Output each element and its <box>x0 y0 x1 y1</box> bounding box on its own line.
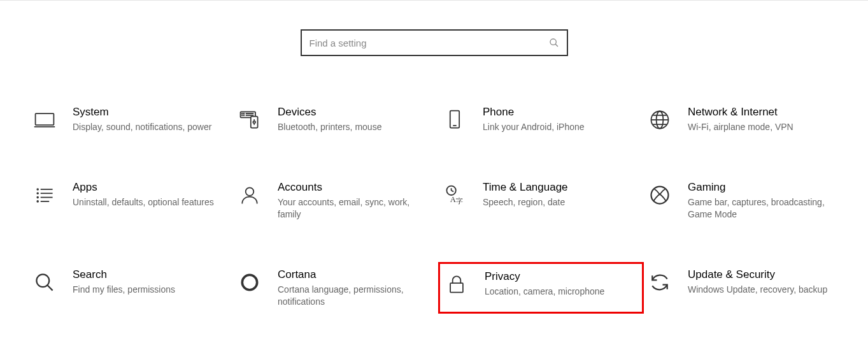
tile-apps[interactable]: Apps Uninstall, defaults, optional featu… <box>32 175 234 227</box>
tile-title: Apps <box>73 181 216 194</box>
svg-point-30 <box>246 187 254 196</box>
svg-point-7 <box>242 115 243 115</box>
system-icon <box>32 107 57 133</box>
svg-point-22 <box>37 189 38 190</box>
svg-point-37 <box>36 274 49 287</box>
search-box[interactable] <box>301 29 568 56</box>
tile-title: Privacy <box>485 270 624 283</box>
svg-rect-11 <box>251 117 258 128</box>
sync-icon <box>647 270 672 295</box>
svg-point-39 <box>242 275 257 289</box>
tile-network[interactable]: Network & Internet Wi-Fi, airplane mode,… <box>647 99 849 140</box>
magnifier-icon <box>32 270 57 295</box>
tile-title: Search <box>73 268 216 281</box>
tile-desc: Windows Update, recovery, backup <box>688 284 831 296</box>
tile-time-language[interactable]: A 字 Time & Language Speech, region, date <box>442 175 644 227</box>
svg-point-5 <box>242 113 243 114</box>
svg-rect-40 <box>450 283 463 292</box>
svg-point-26 <box>37 197 38 198</box>
tile-title: System <box>73 106 216 119</box>
tile-phone[interactable]: Phone Link your Android, iPhone <box>442 99 644 140</box>
cortana-icon <box>237 270 262 295</box>
tile-desc: Speech, region, date <box>483 196 626 208</box>
tile-desc: Find my files, permissions <box>73 284 216 296</box>
svg-line-38 <box>48 285 53 290</box>
globe-icon <box>647 107 672 133</box>
svg-line-33 <box>452 191 454 192</box>
tile-desc: Wi-Fi, airplane mode, VPN <box>688 121 831 133</box>
tile-title: Phone <box>483 106 626 119</box>
svg-point-6 <box>244 113 245 114</box>
tile-search[interactable]: Search Find my files, permissions <box>32 262 234 314</box>
svg-text:字: 字 <box>456 196 463 204</box>
tile-title: Time & Language <box>483 181 626 194</box>
tile-update-security[interactable]: Update & Security Windows Update, recove… <box>647 262 849 314</box>
tile-desc: Your accounts, email, sync, work, family <box>278 196 421 221</box>
svg-point-8 <box>244 115 245 115</box>
tile-system[interactable]: System Display, sound, notifications, po… <box>32 99 234 140</box>
tile-accounts[interactable]: Accounts Your accounts, email, sync, wor… <box>237 175 439 227</box>
tile-title: Gaming <box>688 181 831 194</box>
tile-gaming[interactable]: Gaming Game bar, captures, broadcasting,… <box>647 175 849 227</box>
tile-title: Network & Internet <box>688 106 831 119</box>
tile-title: Accounts <box>278 181 421 194</box>
tile-desc: Link your Android, iPhone <box>483 121 626 133</box>
tile-privacy[interactable]: Privacy Location, camera, microphone <box>438 262 644 314</box>
tile-desc: Uninstall, defaults, optional features <box>73 196 216 208</box>
settings-grid: System Display, sound, notifications, po… <box>32 99 849 314</box>
devices-icon <box>237 107 262 133</box>
tile-title: Cortana <box>278 268 421 281</box>
tile-devices[interactable]: Devices Bluetooth, printers, mouse <box>237 99 439 140</box>
search-input[interactable] <box>309 38 549 48</box>
xbox-icon <box>647 182 672 208</box>
person-icon <box>237 182 262 208</box>
tile-title: Update & Security <box>688 268 831 281</box>
tile-desc: Cortana language, permissions, notificat… <box>278 284 421 308</box>
phone-icon <box>442 107 467 133</box>
tile-title: Devices <box>278 106 421 119</box>
svg-point-28 <box>37 201 38 202</box>
svg-rect-2 <box>36 113 54 125</box>
apps-icon <box>32 182 57 208</box>
svg-text:A: A <box>450 195 456 204</box>
svg-line-1 <box>555 44 558 47</box>
tile-desc: Display, sound, notifications, power <box>73 121 216 133</box>
search-icon <box>549 38 559 48</box>
tile-desc: Bluetooth, printers, mouse <box>278 121 421 133</box>
tile-cortana[interactable]: Cortana Cortana language, permissions, n… <box>237 262 439 314</box>
tile-desc: Location, camera, microphone <box>485 286 624 298</box>
svg-point-24 <box>37 193 38 194</box>
time-language-icon: A 字 <box>442 182 467 208</box>
lock-icon <box>444 272 469 297</box>
svg-point-0 <box>550 39 556 45</box>
tile-desc: Game bar, captures, broadcasting, Game M… <box>688 196 831 221</box>
